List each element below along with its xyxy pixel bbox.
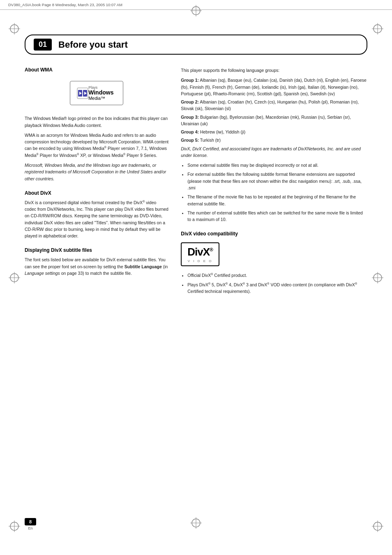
divx-logo-inner: DivX® V I D E O [187, 246, 213, 263]
divx-logo-container: DivX® V I D E O [181, 242, 367, 266]
divx-video-text: V I D E O [188, 259, 213, 263]
language-intro: This player supports the following langu… [181, 67, 367, 74]
wma-logo-box: Plays Windows Media™ [70, 81, 123, 105]
divx-logo-text: DivX® [187, 246, 213, 258]
divx-para1: DivX is a compressed digital video forma… [25, 199, 168, 240]
content-area: About WMA Plays Windows Media™ [25, 67, 367, 298]
lang-group-5: Group 5: Turkish (tr) [181, 137, 367, 143]
divx-subtitle-para: The font sets listed below are available… [25, 256, 168, 276]
page-footer: 8 En [25, 518, 36, 530]
chapter-number: 01 [34, 39, 52, 51]
subtitle-bullet-3: The filename of the movie file has to be… [187, 193, 367, 207]
wma-logo-row: Plays Windows Media™ [77, 85, 113, 101]
side-mark-left [6, 269, 23, 286]
corner-mark-tr [369, 21, 386, 37]
topbar-text: DV380_ASIA.book Page 8 Wednesday, March … [8, 2, 122, 7]
lang-group-3: Group 3: Bulgarian (bg), Byelorussian (b… [181, 114, 367, 127]
left-column: About WMA Plays Windows Media™ [25, 67, 168, 298]
divx-subtitle-title: Displaying DivX subtitle files [25, 247, 168, 253]
page-number: 8 [25, 518, 36, 525]
language-groups: Group 1: Albanian (sq), Basque (eu), Cat… [181, 77, 367, 143]
lang-group-2: Group 2: Albanian (sq), Croatian (hr), C… [181, 99, 367, 112]
corner-mark-tl [6, 21, 23, 37]
divx-compat-bullets: Official DivX® Certified product. Plays … [181, 272, 367, 295]
chapter-header: 01 Before you start [25, 35, 367, 55]
corner-mark-br [369, 518, 386, 534]
bottom-center-mark [189, 516, 203, 530]
wma-windows-label: Windows [88, 90, 113, 96]
subtitle-bullets-list: Some external subtitle files may be disp… [181, 162, 367, 223]
top-center-mark [189, 4, 203, 18]
corner-mark-bl [6, 518, 23, 534]
subtitle-bullet-1: Some external subtitle files may be disp… [187, 162, 367, 168]
wma-para1: The Windows Media® logo printed on the b… [25, 115, 168, 129]
divx-compat-bullet-1: Official DivX® Certified product. [187, 272, 367, 279]
wma-logo-icon [77, 88, 88, 99]
wma-para3: Microsoft, Windows Media, and the Window… [25, 162, 168, 182]
page-language: En [28, 526, 32, 530]
about-wma-title: About WMA [25, 67, 168, 73]
subtitle-bullet-2: For external subtitle files the followin… [187, 171, 367, 191]
side-mark-right [369, 269, 386, 286]
about-divx-title: About DivX [25, 190, 168, 196]
lang-group-1: Group 1: Albanian (sq), Basque (eu), Cat… [181, 77, 367, 97]
divx-logo-box: DivX® V I D E O [181, 242, 219, 266]
wma-media-label: Media™ [88, 96, 113, 101]
divx-compat-bullet-2: Plays DivX® 5, DivX® 4, DivX® 3 and DivX… [187, 281, 367, 295]
divx-video-compat-title: DivX video compatibility [181, 231, 367, 237]
subtitle-bullet-4: The number of external subtitle files wh… [187, 210, 367, 223]
wma-para2: WMA is an acronym for Windows Media Audi… [25, 132, 168, 159]
divx-trademark: DivX, DivX Certified, and associated log… [181, 145, 367, 159]
lang-group-4: Group 4: Hebrew (iw), Yiddish (ji) [181, 129, 367, 135]
chapter-title: Before you start [58, 39, 128, 50]
right-column: This player supports the following langu… [181, 67, 367, 298]
